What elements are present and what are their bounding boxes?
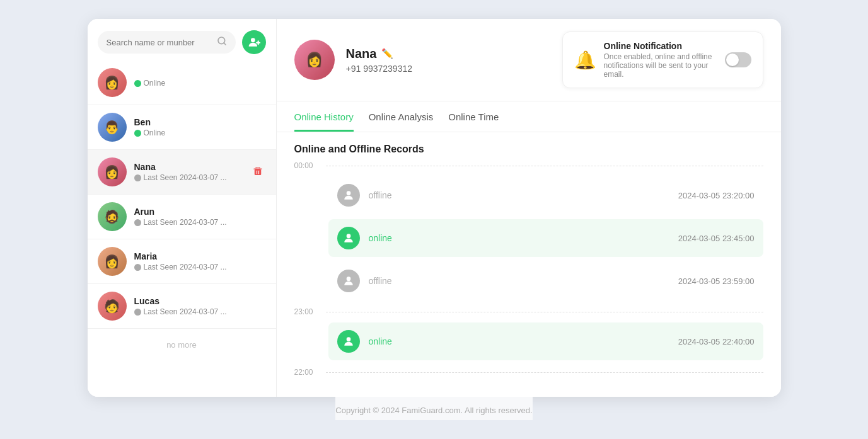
notification-description: Once enabled, online and offline notific… <box>604 52 717 79</box>
edit-name-icon[interactable]: ✏️ <box>381 48 393 59</box>
profile-avatar: 👩 <box>294 40 335 80</box>
notification-box: 🔔 Online Notification Once enabled, onli… <box>562 31 763 88</box>
profile-name: Nana ✏️ <box>346 47 551 61</box>
record-timestamp: 2024-03-05 23:59:00 <box>678 277 755 286</box>
list-item[interactable]: 👩 Online <box>88 60 276 105</box>
offline-icon <box>337 184 360 207</box>
avatar: 🧔 <box>98 202 127 231</box>
list-item[interactable]: 🧔 Arun Last Seen 2024-03-07 ... <box>88 195 276 239</box>
footer-text: Copyright © 2024 FamiGuard.com. All righ… <box>335 406 532 415</box>
table-row: offline 2024-03-05 23:59:00 <box>328 262 763 300</box>
tab-online-analysis[interactable]: Online Analysis <box>369 101 434 132</box>
avatar: 👨 <box>98 113 127 142</box>
list-item[interactable]: 👨 Ben Online <box>88 105 276 150</box>
status-label: Last Seen 2024-03-07 ... <box>144 307 227 316</box>
notification-toggle[interactable] <box>725 52 751 67</box>
svg-line-1 <box>224 43 226 45</box>
search-input-wrap[interactable] <box>98 31 236 54</box>
content-area: Online and Offline Records 00:00 <box>277 132 781 397</box>
status-dot-offline <box>134 264 141 271</box>
contact-info: Ben Online <box>134 117 266 137</box>
table-row: online 2024-03-05 22:40:00 <box>328 322 763 360</box>
tabs-bar: Online History Online Analysis Online Ti… <box>277 101 781 132</box>
status-label: Online <box>144 128 166 137</box>
search-input[interactable] <box>107 38 212 47</box>
online-icon <box>337 330 360 353</box>
record-timestamp: 2024-03-05 23:20:00 <box>678 191 755 200</box>
sidebar: 👩 Online 👨 Ben Online <box>88 19 277 397</box>
trash-icon <box>252 166 263 177</box>
list-item[interactable]: 🧑 Lucas Last Seen 2024-03-07 ... <box>88 284 276 329</box>
table-row: offline 2024-03-05 23:20:00 <box>328 176 763 214</box>
footer: Copyright © 2024 FamiGuard.com. All righ… <box>335 397 532 420</box>
contact-status: Last Seen 2024-03-07 ... <box>134 173 242 182</box>
status-dot-offline <box>134 174 141 181</box>
contact-name: Arun <box>134 207 266 217</box>
offline-icon <box>337 270 360 292</box>
status-dot-offline <box>134 309 141 316</box>
add-user-icon <box>248 36 260 48</box>
status-dot-offline <box>134 219 141 226</box>
svg-point-12 <box>346 337 350 341</box>
record-status: offline <box>369 276 678 286</box>
svg-point-11 <box>346 277 350 281</box>
list-item[interactable]: 👩 Maria Last Seen 2024-03-07 ... <box>88 239 276 284</box>
profile-info: Nana ✏️ +91 9937239312 <box>346 47 551 74</box>
contact-status: Online <box>134 79 266 88</box>
contact-status: Last Seen 2024-03-07 ... <box>134 263 266 271</box>
contact-info: Arun Last Seen 2024-03-07 ... <box>134 207 266 227</box>
bell-icon: 🔔 <box>574 50 596 71</box>
contact-name: Maria <box>134 251 266 261</box>
no-more-label: no more <box>88 329 276 361</box>
notification-text: Online Notification Once enabled, online… <box>604 41 717 79</box>
status-label: Last Seen 2024-03-07 ... <box>144 218 227 227</box>
add-contact-button[interactable] <box>242 30 266 54</box>
avatar: 🧑 <box>98 292 127 321</box>
tab-online-time[interactable]: Online Time <box>448 101 499 132</box>
svg-point-9 <box>346 191 350 195</box>
record-timestamp: 2024-03-05 23:45:00 <box>678 234 755 243</box>
record-status: online <box>369 336 678 346</box>
svg-point-10 <box>346 234 350 238</box>
record-status: offline <box>369 190 678 200</box>
contact-name: Lucas <box>134 296 266 306</box>
delete-contact-button[interactable] <box>250 163 266 181</box>
contact-name: Nana <box>134 162 242 172</box>
online-icon <box>337 227 360 249</box>
list-item[interactable]: 👩 Nana Last Seen 2024-03-07 ... <box>88 150 276 195</box>
avatar: 👩 <box>98 68 127 97</box>
svg-rect-5 <box>253 168 262 169</box>
avatar: 👩 <box>98 247 127 276</box>
contact-status: Last Seen 2024-03-07 ... <box>134 307 266 316</box>
svg-rect-6 <box>254 169 261 175</box>
records-title: Online and Offline Records <box>294 132 763 161</box>
contact-list: 👩 Online 👨 Ben Online <box>88 60 276 397</box>
profile-phone: +91 9937239312 <box>346 64 551 74</box>
profile-header: 👩 Nana ✏️ +91 9937239312 🔔 Online Notifi… <box>277 19 781 101</box>
search-bar <box>88 19 276 60</box>
contact-info: Nana Last Seen 2024-03-07 ... <box>134 162 242 182</box>
time-label-2200: 22:00 <box>294 368 320 377</box>
avatar: 👩 <box>98 157 127 186</box>
record-timestamp: 2024-03-05 22:40:00 <box>678 337 755 346</box>
tab-online-history[interactable]: Online History <box>294 101 354 132</box>
search-icon <box>217 36 227 48</box>
notification-title: Online Notification <box>604 41 717 51</box>
status-label: Last Seen 2024-03-07 ... <box>144 173 227 182</box>
svg-point-2 <box>251 38 255 42</box>
main-panel: 👩 Nana ✏️ +91 9937239312 🔔 Online Notifi… <box>277 19 781 397</box>
contact-info: Online <box>134 77 266 88</box>
contact-name: Ben <box>134 117 266 127</box>
time-label-2300: 23:00 <box>294 307 320 316</box>
contact-info: Lucas Last Seen 2024-03-07 ... <box>134 296 266 316</box>
table-row: online 2024-03-05 23:45:00 <box>328 219 763 257</box>
status-dot-online <box>134 130 141 137</box>
record-status: online <box>369 233 678 243</box>
status-dot-online <box>134 80 141 87</box>
status-label: Last Seen 2024-03-07 ... <box>144 263 227 271</box>
contact-status: Last Seen 2024-03-07 ... <box>134 218 266 227</box>
contact-status: Online <box>134 128 266 137</box>
app-container: 👩 Online 👨 Ben Online <box>88 19 781 397</box>
contact-info: Maria Last Seen 2024-03-07 ... <box>134 251 266 271</box>
status-label: Online <box>144 79 166 88</box>
